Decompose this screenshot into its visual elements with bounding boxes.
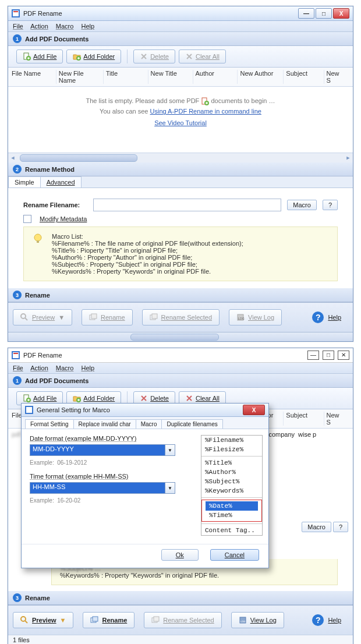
step-number: 2	[13, 165, 22, 174]
menu-help[interactable]: Help	[81, 365, 94, 371]
tab-replace-invalid[interactable]: Replace invalid char	[73, 419, 136, 429]
rename-icon	[90, 616, 98, 624]
add-folder-button[interactable]: Add Folder	[66, 49, 121, 63]
menu-action[interactable]: Action	[30, 23, 48, 30]
view-log-button[interactable]: LOG View Log	[229, 309, 282, 325]
titlebar[interactable]: PDF Rename — □ ✕	[8, 348, 353, 363]
list-item[interactable]: Content Tag..	[201, 526, 262, 535]
dialog-tabs: Format Setting Replace invalid char Macr…	[22, 417, 268, 429]
cancel-button[interactable]: Cancel	[210, 549, 259, 561]
minimize-button[interactable]: —	[307, 351, 319, 360]
col-newtitle[interactable]: New Title	[151, 70, 193, 84]
rename-button[interactable]: Rename	[83, 612, 135, 628]
time-format-combo[interactable]: HH-MM-SS ▼	[30, 482, 175, 494]
svg-text:LOG: LOG	[240, 620, 245, 623]
preview-button[interactable]: Preview ▼	[13, 612, 73, 628]
step-2-header: 2 Rename Method	[8, 162, 353, 176]
empty-text-1a: The list is empty. Please add some PDF	[86, 97, 199, 104]
footer-scroll-thumb[interactable]	[130, 334, 219, 341]
svg-rect-37	[26, 407, 32, 413]
col-newfilename[interactable]: New File Name	[59, 70, 104, 84]
empty-text-2: You also can see	[100, 108, 150, 115]
col-subject[interactable]: Subject	[286, 70, 324, 84]
maximize-button[interactable]: □	[323, 351, 334, 360]
list-item[interactable]: %Author%	[201, 468, 262, 477]
minimize-button[interactable]: —	[298, 8, 314, 19]
simple-panel: Rename Filename: Macro ? Modify Metadata…	[8, 188, 353, 288]
menu-macro[interactable]: Macro	[56, 23, 74, 30]
menu-macro[interactable]: Macro	[56, 365, 74, 371]
list-item[interactable]: %Filename%	[201, 436, 262, 445]
footer-scrollbar[interactable]	[8, 332, 353, 341]
close-button[interactable]: X	[333, 8, 349, 19]
date-format-label: Date format (example MM-DD-YYYY)	[30, 435, 194, 442]
rename-filename-input[interactable]	[93, 199, 281, 211]
macro-listbox[interactable]: %Filename% %Filesize% %Title% %Author% %…	[201, 435, 263, 536]
rename-selected-button[interactable]: Rename Selected	[142, 309, 220, 325]
tab-advanced[interactable]: Advanced	[40, 176, 82, 187]
list-item-selected[interactable]: %Date%	[206, 501, 258, 511]
window-title: PDF Rename	[23, 352, 306, 359]
tab-format-setting[interactable]: Format Setting	[25, 419, 74, 429]
step-1-header: 1 Add PDF Documents	[8, 32, 353, 46]
col-newauthor[interactable]: New Author	[240, 70, 284, 84]
modify-metadata-checkbox[interactable]	[23, 215, 31, 223]
chevron-down-icon: ▼	[60, 617, 66, 624]
app-icon	[12, 9, 20, 17]
menu-help[interactable]: Help	[81, 23, 94, 30]
dialog-close-button[interactable]: X	[243, 405, 265, 415]
maximize-button[interactable]: □	[316, 8, 332, 19]
video-link[interactable]: See Video Tutorial	[154, 119, 207, 126]
delete-button[interactable]: Delete	[133, 49, 175, 63]
tab-simple[interactable]: Simple	[8, 176, 41, 187]
macro-button[interactable]: Macro	[302, 522, 331, 532]
menu-action[interactable]: Action	[30, 365, 48, 371]
macro-button[interactable]: Macro	[287, 200, 317, 210]
help-button[interactable]: ? Help	[305, 610, 348, 630]
list-item[interactable]: %Time%	[206, 511, 258, 520]
list-item[interactable]: %Subject%	[201, 477, 262, 486]
svg-text:LOG: LOG	[238, 317, 245, 320]
bulb-icon	[32, 233, 44, 245]
chevron-down-icon: ▼	[58, 314, 65, 321]
svg-point-8	[34, 234, 41, 241]
macro-settings-dialog: General Setting for Marco X Format Setti…	[21, 403, 269, 568]
h-scrollbar[interactable]: ◄ ►	[8, 153, 353, 162]
rename-selected-button[interactable]: Rename Selected	[144, 612, 221, 628]
list-item[interactable]: %Filesize%	[201, 445, 262, 454]
menubar: File Action Macro Help	[8, 21, 353, 32]
scroll-thumb[interactable]	[20, 154, 137, 162]
close-button[interactable]: ✕	[338, 351, 349, 360]
help-button[interactable]: ? Help	[305, 307, 348, 327]
date-format-combo[interactable]: MM-DD-YYYY ▼	[30, 444, 175, 456]
col-filename[interactable]: File Name	[12, 70, 56, 84]
tab-duplicate[interactable]: Duplicate filenames	[161, 419, 222, 429]
rename-sel-icon	[151, 616, 160, 624]
titlebar[interactable]: PDF Rename — □ X	[8, 6, 353, 21]
clear-all-button[interactable]: Clear All	[179, 49, 226, 63]
chevron-down-icon[interactable]: ▼	[165, 482, 175, 494]
macro-help-button[interactable]: ?	[323, 200, 338, 210]
add-file-button[interactable]: Add File	[16, 49, 63, 63]
preview-button[interactable]: Preview ▼	[13, 309, 72, 325]
view-log-button[interactable]: LOG View Log	[231, 612, 284, 628]
rename-button[interactable]: Rename	[82, 309, 133, 325]
dialog-titlebar[interactable]: General Setting for Marco X	[22, 404, 268, 417]
list-item[interactable]: %Keywords%	[201, 486, 262, 496]
menu-file[interactable]: File	[13, 23, 23, 30]
macro-help-button[interactable]: ?	[333, 522, 348, 532]
list-item[interactable]: %Title%	[201, 458, 262, 468]
cmdline-link[interactable]: Using A-PDF Rename in command line	[150, 108, 261, 115]
svg-point-26	[21, 617, 26, 621]
chevron-down-icon[interactable]: ▼	[165, 444, 175, 456]
ok-button[interactable]: Ok	[161, 549, 199, 561]
svg-text:?: ?	[316, 615, 321, 625]
menu-file[interactable]: File	[13, 365, 23, 371]
time-format-value: HH-MM-SS	[30, 482, 165, 494]
svg-line-27	[25, 621, 27, 623]
col-title[interactable]: Title	[106, 70, 148, 84]
macro-hint: Macro List: %Filename% : The file name o…	[23, 227, 338, 281]
tab-macro[interactable]: Macro	[136, 419, 162, 429]
col-newsubject[interactable]: New S	[327, 70, 347, 84]
col-author[interactable]: Author	[196, 70, 238, 84]
